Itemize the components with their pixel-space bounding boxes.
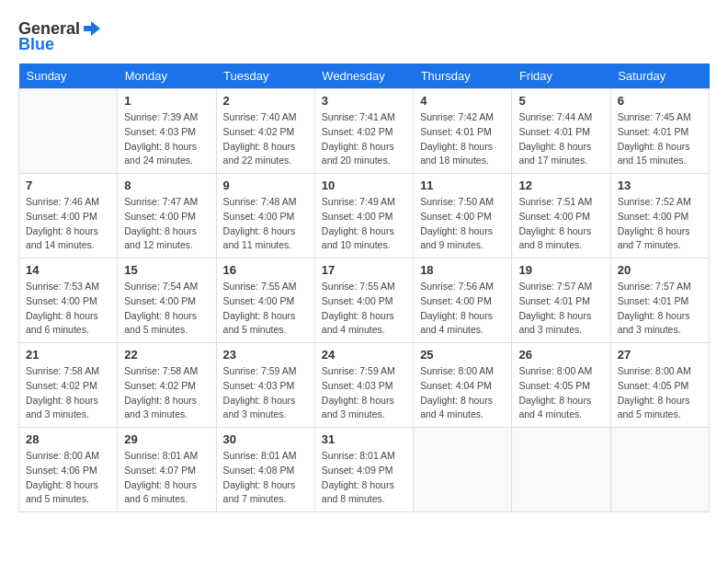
day-detail: Sunrise: 7:58 AM Sunset: 4:02 PM Dayligh…: [124, 364, 209, 422]
day-detail: Sunrise: 7:56 AM Sunset: 4:00 PM Dayligh…: [420, 280, 505, 338]
weekday-header: Sunday: [19, 63, 118, 89]
calendar-cell: 11Sunrise: 7:50 AM Sunset: 4:00 PM Dayli…: [414, 174, 512, 259]
calendar-cell: 30Sunrise: 8:01 AM Sunset: 4:08 PM Dayli…: [216, 428, 314, 512]
calendar-cell: 10Sunrise: 7:49 AM Sunset: 4:00 PM Dayli…: [314, 174, 413, 259]
weekday-header: Thursday: [414, 63, 512, 89]
calendar-cell: 26Sunrise: 8:00 AM Sunset: 4:05 PM Dayli…: [512, 343, 610, 428]
day-number: 11: [420, 178, 505, 192]
calendar-cell: 4Sunrise: 7:42 AM Sunset: 4:01 PM Daylig…: [414, 89, 512, 174]
calendar-cell: 22Sunrise: 7:58 AM Sunset: 4:02 PM Dayli…: [118, 343, 216, 428]
calendar-cell: 27Sunrise: 8:00 AM Sunset: 4:05 PM Dayli…: [610, 343, 709, 428]
calendar-cell: 17Sunrise: 7:55 AM Sunset: 4:00 PM Dayli…: [314, 259, 413, 343]
day-detail: Sunrise: 7:51 AM Sunset: 4:00 PM Dayligh…: [518, 195, 603, 253]
day-number: 19: [518, 263, 603, 277]
day-detail: Sunrise: 8:00 AM Sunset: 4:05 PM Dayligh…: [618, 364, 702, 422]
day-number: 13: [618, 178, 702, 192]
page-header: General Blue: [18, 18, 710, 54]
day-number: 29: [124, 432, 209, 446]
calendar-cell: 3Sunrise: 7:41 AM Sunset: 4:02 PM Daylig…: [314, 89, 413, 174]
calendar-cell: 2Sunrise: 7:40 AM Sunset: 4:02 PM Daylig…: [216, 89, 314, 174]
weekday-header: Friday: [512, 63, 610, 89]
day-detail: Sunrise: 7:55 AM Sunset: 4:00 PM Dayligh…: [322, 280, 406, 338]
day-number: 23: [223, 348, 308, 362]
logo-text: General Blue: [18, 18, 102, 54]
day-number: 9: [223, 178, 308, 192]
weekday-header: Monday: [118, 63, 216, 89]
day-detail: Sunrise: 8:00 AM Sunset: 4:04 PM Dayligh…: [420, 364, 505, 422]
day-detail: Sunrise: 8:01 AM Sunset: 4:08 PM Dayligh…: [223, 449, 308, 507]
calendar-cell: 14Sunrise: 7:53 AM Sunset: 4:00 PM Dayli…: [19, 259, 118, 343]
day-number: 14: [26, 263, 110, 277]
calendar-cell: 25Sunrise: 8:00 AM Sunset: 4:04 PM Dayli…: [414, 343, 512, 428]
day-detail: Sunrise: 7:50 AM Sunset: 4:00 PM Dayligh…: [420, 195, 505, 253]
day-number: 31: [322, 432, 406, 446]
day-detail: Sunrise: 7:59 AM Sunset: 4:03 PM Dayligh…: [223, 364, 308, 422]
day-number: 24: [322, 348, 406, 362]
calendar-cell: 13Sunrise: 7:52 AM Sunset: 4:00 PM Dayli…: [610, 174, 709, 259]
calendar-cell: 31Sunrise: 8:01 AM Sunset: 4:09 PM Dayli…: [314, 428, 413, 512]
day-detail: Sunrise: 7:42 AM Sunset: 4:01 PM Dayligh…: [420, 110, 505, 168]
calendar-cell: 24Sunrise: 7:59 AM Sunset: 4:03 PM Dayli…: [314, 343, 413, 428]
calendar-week-row: 14Sunrise: 7:53 AM Sunset: 4:00 PM Dayli…: [19, 259, 710, 343]
day-detail: Sunrise: 7:48 AM Sunset: 4:00 PM Dayligh…: [223, 195, 308, 253]
calendar-cell: 29Sunrise: 8:01 AM Sunset: 4:07 PM Dayli…: [118, 428, 216, 512]
weekday-header: Saturday: [610, 63, 709, 89]
day-detail: Sunrise: 7:52 AM Sunset: 4:00 PM Dayligh…: [618, 195, 702, 253]
day-number: 8: [124, 178, 209, 192]
day-detail: Sunrise: 7:58 AM Sunset: 4:02 PM Dayligh…: [26, 364, 110, 422]
calendar-cell: 6Sunrise: 7:45 AM Sunset: 4:01 PM Daylig…: [610, 89, 709, 174]
day-number: 1: [124, 94, 209, 108]
calendar-cell: 23Sunrise: 7:59 AM Sunset: 4:03 PM Dayli…: [216, 343, 314, 428]
day-number: 30: [223, 432, 308, 446]
calendar-week-row: 28Sunrise: 8:00 AM Sunset: 4:06 PM Dayli…: [19, 428, 710, 512]
day-number: 15: [124, 263, 209, 277]
calendar-cell: 12Sunrise: 7:51 AM Sunset: 4:00 PM Dayli…: [512, 174, 610, 259]
day-number: 16: [223, 263, 308, 277]
calendar-cell: 8Sunrise: 7:47 AM Sunset: 4:00 PM Daylig…: [118, 174, 216, 259]
day-number: 27: [618, 348, 702, 362]
day-detail: Sunrise: 7:53 AM Sunset: 4:00 PM Dayligh…: [26, 280, 110, 338]
calendar-cell: [19, 89, 118, 174]
day-number: 26: [518, 348, 603, 362]
day-detail: Sunrise: 7:44 AM Sunset: 4:01 PM Dayligh…: [518, 110, 603, 168]
day-number: 3: [322, 94, 406, 108]
calendar-table: SundayMondayTuesdayWednesdayThursdayFrid…: [18, 63, 710, 512]
day-number: 25: [420, 348, 505, 362]
calendar-cell: 15Sunrise: 7:54 AM Sunset: 4:00 PM Dayli…: [118, 259, 216, 343]
day-number: 17: [322, 263, 406, 277]
day-detail: Sunrise: 7:55 AM Sunset: 4:00 PM Dayligh…: [223, 280, 308, 338]
logo: General Blue: [18, 18, 102, 54]
day-number: 5: [518, 94, 603, 108]
calendar-cell: 18Sunrise: 7:56 AM Sunset: 4:00 PM Dayli…: [414, 259, 512, 343]
calendar-cell: [512, 428, 610, 512]
calendar-cell: 20Sunrise: 7:57 AM Sunset: 4:01 PM Dayli…: [610, 259, 709, 343]
day-detail: Sunrise: 7:41 AM Sunset: 4:02 PM Dayligh…: [322, 110, 406, 168]
day-detail: Sunrise: 7:49 AM Sunset: 4:00 PM Dayligh…: [322, 195, 406, 253]
calendar-cell: 9Sunrise: 7:48 AM Sunset: 4:00 PM Daylig…: [216, 174, 314, 259]
calendar-week-row: 7Sunrise: 7:46 AM Sunset: 4:00 PM Daylig…: [19, 174, 710, 259]
day-number: 18: [420, 263, 505, 277]
day-detail: Sunrise: 7:40 AM Sunset: 4:02 PM Dayligh…: [223, 110, 308, 168]
day-detail: Sunrise: 8:00 AM Sunset: 4:06 PM Dayligh…: [26, 449, 110, 507]
day-detail: Sunrise: 7:47 AM Sunset: 4:00 PM Dayligh…: [124, 195, 209, 253]
day-detail: Sunrise: 7:54 AM Sunset: 4:00 PM Dayligh…: [124, 280, 209, 338]
calendar-cell: 21Sunrise: 7:58 AM Sunset: 4:02 PM Dayli…: [19, 343, 118, 428]
calendar-week-row: 1Sunrise: 7:39 AM Sunset: 4:03 PM Daylig…: [19, 89, 710, 174]
day-number: 28: [26, 432, 110, 446]
logo-arrow-icon: [82, 18, 102, 39]
day-number: 12: [518, 178, 603, 192]
day-detail: Sunrise: 7:39 AM Sunset: 4:03 PM Dayligh…: [124, 110, 209, 168]
weekday-header-row: SundayMondayTuesdayWednesdayThursdayFrid…: [19, 63, 710, 89]
day-detail: Sunrise: 7:45 AM Sunset: 4:01 PM Dayligh…: [618, 110, 702, 168]
day-number: 22: [124, 348, 209, 362]
calendar-cell: [414, 428, 512, 512]
day-number: 21: [26, 348, 110, 362]
day-number: 6: [618, 94, 702, 108]
calendar-cell: 16Sunrise: 7:55 AM Sunset: 4:00 PM Dayli…: [216, 259, 314, 343]
calendar-cell: 19Sunrise: 7:57 AM Sunset: 4:01 PM Dayli…: [512, 259, 610, 343]
calendar-cell: 5Sunrise: 7:44 AM Sunset: 4:01 PM Daylig…: [512, 89, 610, 174]
day-number: 7: [26, 178, 110, 192]
day-detail: Sunrise: 7:59 AM Sunset: 4:03 PM Dayligh…: [322, 364, 406, 422]
calendar-cell: 28Sunrise: 8:00 AM Sunset: 4:06 PM Dayli…: [19, 428, 118, 512]
calendar-cell: 7Sunrise: 7:46 AM Sunset: 4:00 PM Daylig…: [19, 174, 118, 259]
